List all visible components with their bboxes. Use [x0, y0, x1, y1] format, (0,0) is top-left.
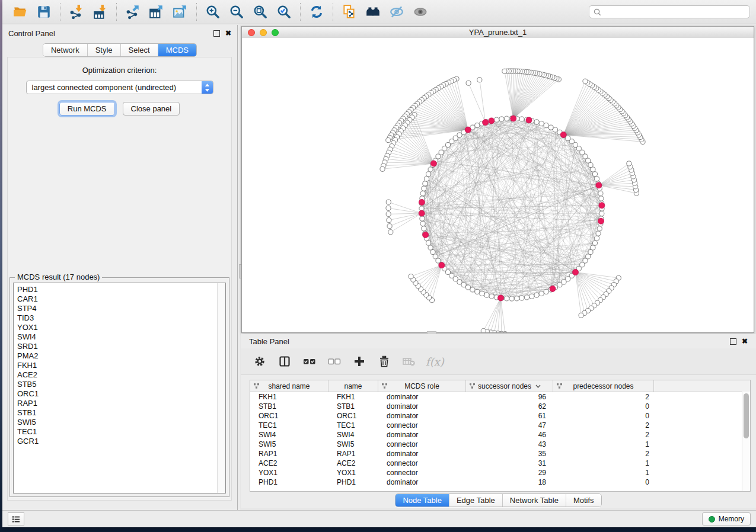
graph-node[interactable]	[509, 296, 514, 301]
mcds-result-item[interactable]: YOX1	[14, 323, 217, 332]
graph-node[interactable]	[436, 154, 441, 159]
minimize-window-icon[interactable]	[260, 29, 267, 36]
graph-satellite-node[interactable]	[387, 224, 392, 229]
mcds-result-item[interactable]: SWI4	[14, 332, 217, 342]
graph-node[interactable]	[457, 280, 462, 284]
graph-satellite-node[interactable]	[583, 79, 588, 84]
graph-node[interactable]	[599, 196, 604, 201]
mcds-result-item[interactable]: PHD1	[14, 285, 217, 294]
table-row[interactable]: RAP1RAP1dominator352	[250, 449, 750, 459]
graph-node[interactable]	[519, 296, 524, 300]
column-header-name[interactable]: name	[328, 380, 378, 392]
graph-node[interactable]	[514, 296, 519, 301]
run-mcds-button[interactable]: Run MCDS	[59, 102, 115, 116]
table-row[interactable]: ORC1ORC1dominator610	[250, 411, 750, 421]
unselect-all-columns-icon[interactable]	[326, 353, 343, 370]
graph-node[interactable]	[484, 293, 489, 297]
mcds-result-item[interactable]: RAP1	[14, 399, 217, 408]
graph-node[interactable]	[426, 241, 431, 245]
graph-node[interactable]	[420, 216, 425, 221]
mcds-result-item[interactable]: ORC1	[14, 389, 217, 399]
graph-node[interactable]	[428, 245, 433, 250]
graph-node[interactable]	[592, 172, 597, 177]
graph-satellite-node[interactable]	[386, 200, 391, 204]
graph-node[interactable]	[489, 294, 494, 299]
column-header-successor-nodes[interactable]: successor nodes	[466, 380, 553, 392]
graph-hub-node[interactable]	[423, 232, 429, 238]
graph-node[interactable]	[591, 167, 595, 172]
graph-node[interactable]	[594, 236, 599, 241]
mcds-result-item[interactable]: ACE2	[14, 370, 217, 380]
table-row[interactable]: PHD1PHD1dominator180	[250, 477, 750, 487]
mcds-result-item[interactable]: TID3	[14, 313, 217, 323]
first-neighbors-icon[interactable]	[361, 2, 385, 22]
graph-satellite-node[interactable]	[502, 69, 507, 73]
delete-table-icon[interactable]	[401, 353, 417, 370]
close-panel-button[interactable]: Close panel	[123, 102, 180, 116]
close-window-icon[interactable]	[248, 29, 255, 36]
show-columns-icon[interactable]	[276, 353, 293, 370]
mcds-result-item[interactable]: PMA2	[14, 351, 217, 361]
graph-node[interactable]	[499, 117, 504, 121]
graph-node[interactable]	[423, 181, 428, 186]
table-tab-motifs[interactable]: Motifs	[566, 494, 601, 507]
graph-node[interactable]	[583, 258, 588, 263]
open-session-icon[interactable]	[8, 2, 32, 22]
graph-node[interactable]	[430, 249, 435, 254]
select-all-columns-icon[interactable]	[301, 353, 318, 370]
graph-satellite-node[interactable]	[627, 161, 631, 166]
search-field[interactable]	[589, 5, 750, 18]
hide-selection-icon[interactable]	[385, 2, 409, 22]
graph-node[interactable]	[539, 291, 544, 296]
graph-hub-node[interactable]	[489, 118, 495, 124]
graph-node[interactable]	[424, 177, 429, 181]
graph-hub-node[interactable]	[560, 132, 566, 138]
graph-node[interactable]	[420, 221, 425, 226]
graph-node[interactable]	[480, 291, 484, 296]
mcds-result-item[interactable]: CAR1	[14, 294, 217, 304]
import-network-icon[interactable]	[65, 2, 88, 22]
zoom-fit-icon[interactable]	[248, 2, 272, 22]
mcds-result-item[interactable]: STP4	[14, 304, 217, 313]
table-row[interactable]: ACE2ACE2connector311	[250, 459, 750, 468]
graph-node[interactable]	[544, 289, 548, 294]
graph-node[interactable]	[422, 186, 426, 191]
graph-node[interactable]	[433, 254, 438, 259]
graph-node[interactable]	[470, 287, 475, 292]
mcds-result-item[interactable]: FKH1	[14, 361, 217, 370]
table-scrollbar-thumb[interactable]	[744, 393, 749, 438]
mcds-result-list[interactable]: PHD1CAR1STP4TID3YOX1SWI4SRD1PMA2FKH1ACE2…	[13, 283, 226, 493]
graph-satellite-node[interactable]	[386, 206, 391, 210]
graph-hub-node[interactable]	[419, 199, 425, 205]
column-header-shared-name[interactable]: shared name	[250, 380, 328, 392]
network-frame-titlebar[interactable]: YPA_prune.txt_1	[242, 27, 754, 39]
graph-node[interactable]	[586, 254, 591, 259]
memory-button[interactable]: Memory	[702, 512, 751, 525]
task-history-button[interactable]	[8, 512, 24, 525]
float-table-panel-icon[interactable]	[730, 338, 736, 345]
graph-hub-node[interactable]	[511, 116, 516, 121]
graph-node[interactable]	[519, 117, 524, 121]
graph-node[interactable]	[598, 191, 603, 196]
graph-node[interactable]	[534, 120, 539, 124]
save-session-icon[interactable]	[32, 2, 56, 22]
maximize-window-icon[interactable]	[272, 29, 279, 36]
graph-hub-node[interactable]	[573, 270, 579, 275]
table-settings-icon[interactable]	[251, 353, 268, 370]
graph-node[interactable]	[597, 226, 602, 231]
create-column-icon[interactable]	[351, 353, 368, 370]
table-scrollbar[interactable]	[742, 392, 750, 491]
graph-satellite-node[interactable]	[386, 138, 391, 143]
graph-node[interactable]	[588, 249, 593, 254]
graph-node[interactable]	[422, 226, 426, 231]
refresh-icon[interactable]	[305, 2, 328, 22]
graph-node[interactable]	[420, 191, 425, 196]
graph-node[interactable]	[494, 117, 499, 122]
new-network-from-selection-icon[interactable]	[337, 2, 361, 22]
export-network-icon[interactable]	[121, 2, 145, 22]
network-canvas[interactable]	[242, 38, 754, 332]
graph-hub-node[interactable]	[430, 161, 436, 166]
float-panel-icon[interactable]	[213, 30, 220, 37]
search-input[interactable]	[604, 7, 745, 17]
graph-node[interactable]	[586, 158, 591, 163]
